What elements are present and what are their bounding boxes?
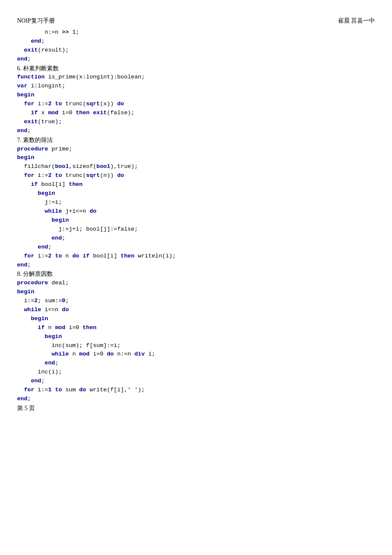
header-left: NOIP复习手册 — [17, 17, 55, 25]
code-line: begin — [17, 153, 375, 162]
code-line: end; — [17, 243, 375, 252]
code-line: begin — [17, 189, 375, 198]
code-line: fillchar(bool,sizeof(bool),true); — [17, 162, 375, 171]
code-line: begin — [17, 315, 375, 324]
page-footer: 第 5 页 — [17, 405, 35, 412]
code-line: procedure prime; — [17, 145, 375, 154]
code-block: n:=n >> 1; end; exit(result);end;6. 朴素判断… — [17, 28, 375, 404]
header-right: 崔晨 莒县一中 — [338, 17, 375, 25]
code-line: exit(true); — [17, 118, 375, 127]
section-title: 7. 素数的筛法 — [17, 136, 375, 145]
code-line: for i:=2 to n do if bool[i] then writeln… — [17, 252, 375, 261]
page: NOIP复习手册 崔晨 莒县一中 n:=n >> 1; end; exit(re… — [0, 0, 392, 429]
code-line: j:=i; — [17, 198, 375, 207]
code-line: end; — [17, 377, 375, 386]
code-line: end; — [17, 395, 375, 404]
code-line: end; — [17, 359, 375, 368]
code-line: for i:=1 to sum do write(f[i],' '); — [17, 386, 375, 395]
code-line: begin — [17, 332, 375, 341]
code-line: end; — [17, 127, 375, 136]
code-line: begin — [17, 288, 375, 297]
code-line: while n mod i=0 do n:=n div i; — [17, 350, 375, 359]
page-number: 第 5 页 — [17, 405, 35, 411]
code-line: if n mod i=0 then — [17, 324, 375, 332]
code-line: end; — [17, 55, 375, 64]
code-line: function is_prime(x:longint):boolean; — [17, 73, 375, 82]
code-line: for i:=2 to trunc(sqrt(n)) do — [17, 171, 375, 180]
code-line: end; — [17, 234, 375, 243]
code-line: procedure deal; — [17, 279, 375, 288]
code-line: inc(i); — [17, 368, 375, 377]
code-line: if x mod i=0 then exit(false); — [17, 109, 375, 118]
code-line: while j+i<=n do — [17, 207, 375, 216]
section-title: 6. 朴素判断素数 — [17, 64, 375, 73]
code-line: inc(sum); f[sum]:=i; — [17, 341, 375, 350]
page-header: NOIP复习手册 崔晨 莒县一中 — [17, 17, 375, 25]
code-line: end; — [17, 37, 375, 46]
code-line: exit(result); — [17, 46, 375, 55]
code-line: begin — [17, 91, 375, 100]
code-line: i:=2; sum:=0; — [17, 297, 375, 306]
code-line: for i:=2 to trunc(sqrt(x)) do — [17, 100, 375, 109]
code-line: j:=j+i; bool[j]:=false; — [17, 225, 375, 234]
code-line: begin — [17, 216, 375, 225]
section-title: 8. 分解质因数 — [17, 269, 375, 279]
code-line: while i<=n do — [17, 306, 375, 315]
code-line: end; — [17, 261, 375, 270]
code-line: var i:longint; — [17, 82, 375, 91]
code-line: n:=n >> 1; — [17, 28, 375, 37]
code-line: if bool[i] then — [17, 180, 375, 189]
